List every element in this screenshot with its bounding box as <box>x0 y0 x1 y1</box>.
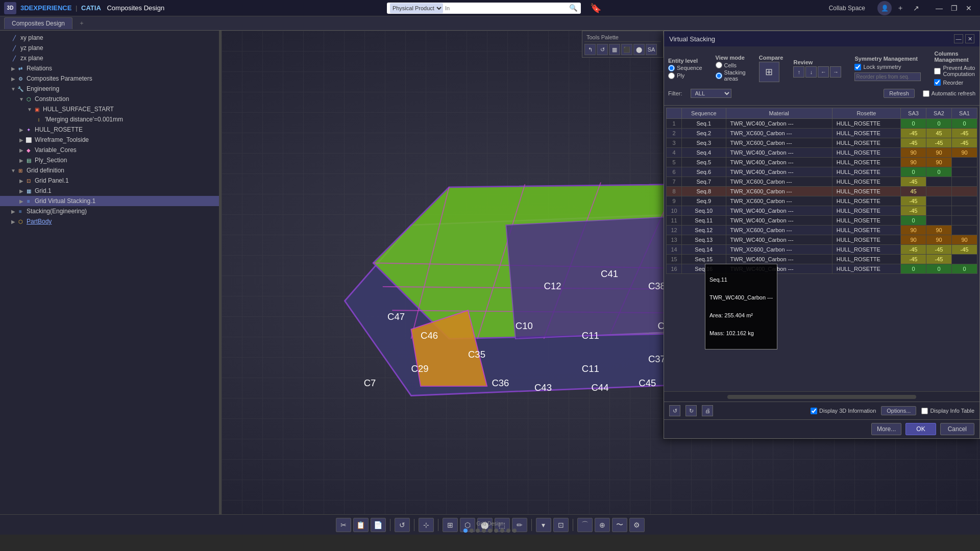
expand-grid-panel[interactable]: ▶ <box>18 178 24 184</box>
expand-stacking[interactable]: ▶ <box>10 208 16 214</box>
ok-button[interactable]: OK <box>905 423 936 435</box>
close-button[interactable]: ✕ <box>962 3 976 13</box>
table-row[interactable]: 5 Seq.5 TWR_WC400_Carbon --- HULL_ROSETT… <box>667 158 977 167</box>
sidebar-item-ply-section[interactable]: ▶ ▤ Ply_Section <box>0 155 219 165</box>
dot-6[interactable] <box>494 529 498 533</box>
expand-grid[interactable]: ▼ <box>10 167 16 173</box>
reorder-input[interactable] <box>854 72 921 81</box>
sidebar-item-xy-plane[interactable]: ╱ xy plane <box>0 33 219 43</box>
search-button[interactable]: 🔍 <box>569 4 578 12</box>
sidebar-item-wireframe[interactable]: ▶ ⬜ Wireframe_Toolside <box>0 135 219 145</box>
expand-wire[interactable]: ▶ <box>18 137 24 143</box>
reorder-cb[interactable]: Reorder <box>934 79 975 86</box>
sidebar-item-engineering[interactable]: ▼ 🔧 Engineering <box>0 84 219 94</box>
radio-stacking-areas[interactable]: Stacking areas <box>716 69 746 82</box>
auto-refresh-cb[interactable]: Automatic refresh <box>923 90 975 97</box>
expand-hull[interactable]: ▼ <box>27 106 33 112</box>
table-row[interactable]: 1 Seq.1 TWR_WC400_Carbon --- HULL_ROSETT… <box>667 119 977 129</box>
table-row[interactable]: 4 Seq.4 TWR_WC400_Carbon --- HULL_ROSETT… <box>667 148 977 158</box>
user-avatar[interactable]: 👤 <box>877 1 892 15</box>
sidebar-item-merging[interactable]: ↕ 'Merging distance'=0.001mm <box>0 114 219 124</box>
lock-symmetry-cb[interactable]: Lock symmetry <box>854 64 921 70</box>
review-up-btn[interactable]: ↑ <box>793 66 804 78</box>
dialog-table-container[interactable]: Sequence Material Rosette SA3 SA2 SA1 1 … <box>664 106 979 391</box>
redo-btn[interactable]: ↻ <box>685 405 697 416</box>
radio-ply[interactable]: Ply <box>668 72 702 79</box>
dot-8[interactable] <box>506 529 510 533</box>
expand-var[interactable]: ▶ <box>18 147 24 153</box>
tp-btn-4[interactable]: ⬛ <box>621 44 632 55</box>
share-button[interactable]: ↗ <box>909 1 923 15</box>
refresh-button[interactable]: Refresh <box>884 89 915 98</box>
bt-paste[interactable]: 📄 <box>371 518 386 532</box>
expand-vs1[interactable]: ▶ <box>18 198 24 204</box>
sidebar-item-grid-def[interactable]: ▼ ⊞ Grid definition <box>0 165 219 176</box>
expand-relations[interactable]: ▶ <box>10 65 16 71</box>
sidebar-item-zx-plane[interactable]: ╱ zx plane <box>0 53 219 63</box>
table-row[interactable]: 11 Seq.11 TWR_WC400_Carbon --- HULL_ROSE… <box>667 216 977 226</box>
dialog-minimize[interactable]: — <box>954 34 963 43</box>
dot-7[interactable] <box>500 529 504 533</box>
scrollbar-thumb[interactable] <box>727 395 917 399</box>
dot-3[interactable] <box>476 529 480 533</box>
bookmark-icon[interactable]: 🔖 <box>590 3 601 14</box>
bt-drape[interactable]: ▾ <box>536 518 551 532</box>
search-category-select[interactable]: Physical Product <box>390 3 443 13</box>
review-right-btn[interactable]: → <box>830 66 841 78</box>
tp-btn-1[interactable]: ↰ <box>584 44 596 55</box>
expand-part[interactable]: ▶ <box>10 218 16 224</box>
print-btn[interactable]: 🖨 <box>702 405 713 416</box>
more-button[interactable]: More... <box>871 423 901 435</box>
dot-9[interactable] <box>512 529 517 533</box>
display-info-cb[interactable]: Display Info Table <box>921 408 974 414</box>
sidebar-item-part-body[interactable]: ▶ ⬡ PartBody <box>0 216 219 227</box>
bt-copy[interactable]: 📋 <box>353 518 369 532</box>
prevent-cb[interactable]: Prevent Auto Computation <box>934 65 975 77</box>
table-row[interactable]: 6 Seq.6 TWR_WC400_Carbon --- HULL_ROSETT… <box>667 167 977 177</box>
sidebar-item-hull-surface[interactable]: ▼ ▣ HULL_SURFACE_START <box>0 104 219 114</box>
add-button[interactable]: ＋ <box>893 1 908 15</box>
view-icon-btn[interactable]: ⊞ <box>759 62 779 82</box>
bt-fill[interactable]: ⊕ <box>595 518 610 532</box>
sidebar-item-comp-params[interactable]: ▶ ⚙ Composites Parameters <box>0 73 219 84</box>
table-row[interactable]: 8 Seq.8 TWR_XC600_Carbon --- HULL_ROSETT… <box>667 187 977 196</box>
sidebar-item-grid-vs1[interactable]: ▶ ≡ Grid Virtual Stacking.1 <box>0 196 219 206</box>
dot-2[interactable] <box>470 529 474 533</box>
table-row[interactable]: 3 Seq.3 TWR_XC600_Carbon --- HULL_ROSETT… <box>667 138 977 148</box>
table-row[interactable]: 14 Seq.14 TWR_XC600_Carbon --- HULL_ROSE… <box>667 245 977 255</box>
bt-wave[interactable]: 〜 <box>612 518 627 532</box>
table-row[interactable]: 13 Seq.13 TWR_WC400_Carbon --- HULL_ROSE… <box>667 235 977 245</box>
tp-btn-3[interactable]: ▦ <box>609 44 620 55</box>
undo-btn[interactable]: ↺ <box>669 405 680 416</box>
tp-btn-6[interactable]: SA <box>646 44 657 55</box>
bt-grid[interactable]: ⊞ <box>443 518 458 532</box>
maximize-button[interactable]: ❐ <box>947 3 962 13</box>
sidebar-item-grid-panel[interactable]: ▶ ⊡ Grid Panel.1 <box>0 176 219 186</box>
expand-construction[interactable]: ▼ <box>18 96 24 102</box>
cancel-button[interactable]: Cancel <box>940 423 974 435</box>
table-row[interactable]: 2 Seq.2 TWR_XC600_Carbon --- HULL_ROSETT… <box>667 129 977 138</box>
sidebar-item-yz-plane[interactable]: ╱ yz plane <box>0 43 219 53</box>
table-row[interactable]: 12 Seq.12 TWR_XC600_Carbon --- HULL_ROSE… <box>667 226 977 235</box>
search-input[interactable] <box>445 5 567 11</box>
sidebar-item-stacking-eng[interactable]: ▶ ≡ Stacking(Engineering) <box>0 206 219 216</box>
tab-composites-design[interactable]: Composites Design <box>4 17 72 29</box>
table-row[interactable]: 10 Seq.10 TWR_WC400_Carbon --- HULL_ROSE… <box>667 206 977 216</box>
bt-select[interactable]: ⊹ <box>419 518 434 532</box>
bt-tool[interactable]: ⚙ <box>629 518 645 532</box>
bt-curve[interactable]: ⌒ <box>577 518 593 532</box>
review-down-btn[interactable]: ↓ <box>805 66 817 78</box>
table-row[interactable]: 7 Seq.7 TWR_XC600_Carbon --- HULL_ROSETT… <box>667 177 977 187</box>
table-row[interactable]: 15 Seq.15 TWR_WC400_Carbon --- HULL_ROSE… <box>667 255 977 264</box>
sidebar-item-relations[interactable]: ▶ ⇄ Relations <box>0 63 219 73</box>
minimize-button[interactable]: — <box>932 3 947 13</box>
dot-1[interactable] <box>463 529 468 533</box>
display-3d-cb[interactable]: Display 3D Information <box>811 408 876 414</box>
table-row[interactable]: 9 Seq.9 TWR_XC600_Carbon --- HULL_ROSETT… <box>667 196 977 206</box>
filter-select[interactable]: ALL Sequence Material <box>691 89 731 98</box>
bt-section[interactable]: ⊡ <box>553 518 569 532</box>
dot-5[interactable] <box>488 529 492 533</box>
sidebar-item-variable-cores[interactable]: ▶ ◆ Variable_Cores <box>0 145 219 155</box>
3d-viewport[interactable]: C6 C48 C49 C51 C52 C17 C16 C27 C40 C14 C… <box>222 31 980 514</box>
radio-cells[interactable]: Cells <box>716 62 746 68</box>
